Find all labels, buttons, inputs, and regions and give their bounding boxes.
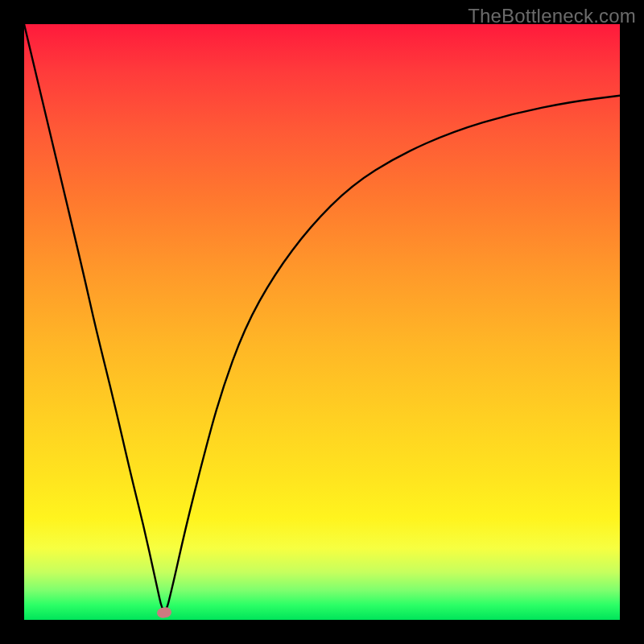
bottleneck-curve — [24, 24, 620, 610]
plot-area — [24, 24, 620, 620]
curve-svg — [24, 24, 620, 620]
chart-frame: TheBottleneck.com — [0, 0, 644, 644]
